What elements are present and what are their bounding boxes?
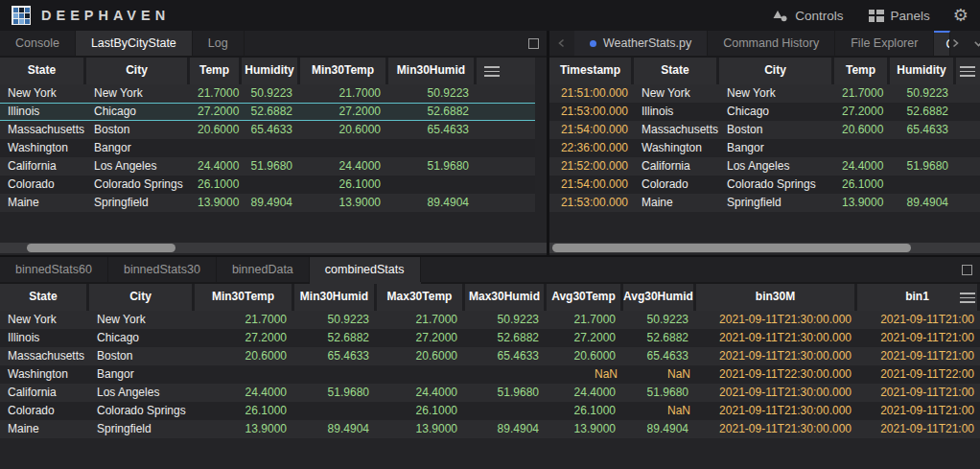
horizontal-scrollbar[interactable] (549, 243, 980, 253)
table-cell: 2021-09-11T21:30:00.000 (696, 311, 857, 329)
table-row[interactable]: 21:54:00.000MassachusettsBoston20.600065… (549, 121, 980, 139)
table-cell: 13.9000 (190, 194, 242, 212)
tab-binnedstats60[interactable]: binnedStats60 (0, 257, 108, 282)
table-cell: 27.2000 (547, 329, 623, 347)
table-cell: 65.4633 (388, 121, 477, 139)
table-cell: Washington (0, 365, 89, 384)
table-cell: Massachusetts (0, 121, 86, 139)
table-row[interactable]: ColoradoColorado Springs26.100026.100026… (0, 402, 980, 420)
column-header-temp[interactable]: Temp (190, 58, 242, 84)
column-header-temp[interactable]: Temp (834, 58, 890, 84)
table-menu-icon[interactable] (960, 66, 975, 77)
column-header-bin30m[interactable]: bin30M (696, 284, 857, 311)
column-header-humidity[interactable]: Humidity (890, 58, 956, 84)
tab-current-weather[interactable]: Curren (934, 31, 950, 56)
table-cell: 89.4904 (890, 194, 956, 212)
tab-overflow-dropdown-icon[interactable] (973, 38, 980, 49)
table-cell: 50.9223 (294, 311, 377, 329)
table-cell (388, 139, 477, 157)
table-cell: Bangor (86, 139, 190, 157)
scrollbar-thumb[interactable] (552, 244, 911, 252)
table-cell: 27.2000 (190, 103, 242, 121)
tab-combinedstats[interactable]: combinedStats (310, 257, 421, 282)
table-cell: 24.4000 (190, 157, 242, 176)
table-cell: 2021-09-11T21:00 (857, 384, 980, 402)
scrollbar-thumb[interactable] (27, 244, 175, 252)
table-row[interactable]: ColoradoColorado Springs26.100026.1000 (0, 176, 535, 194)
table-row[interactable]: WashingtonBangorNaNNaN2021-09-11T22:30:0… (0, 365, 980, 384)
panels-button[interactable]: Panels (869, 9, 930, 23)
controls-button[interactable]: Controls (773, 9, 843, 23)
column-header-city[interactable]: City (89, 284, 195, 311)
settings-gear-icon[interactable]: ⚙ (953, 7, 968, 24)
tab-scroll-left-icon[interactable] (557, 38, 567, 48)
panels-icon (869, 10, 884, 22)
table-row[interactable]: 21:54:00.000ColoradoColorado Springs26.1… (549, 176, 980, 194)
column-header-avg30humid[interactable]: Avg30Humid (623, 284, 696, 311)
table-cell: Bangor (89, 365, 195, 384)
column-header-max30temp[interactable]: Max30Temp (377, 284, 465, 311)
table-row[interactable]: 21:51:00.000New YorkNew York21.700050.92… (549, 84, 980, 103)
table-cell: 21:52:00.000 (549, 157, 634, 176)
column-header-max30humid[interactable]: Max30Humid (465, 284, 547, 311)
table-cell: 2021-09-11T21:00 (857, 311, 980, 329)
table-row[interactable]: 21:53:00.000IllinoisChicago27.200052.688… (549, 103, 980, 121)
maximize-panel-icon[interactable] (962, 265, 972, 275)
table-cell: 26.1000 (547, 402, 623, 420)
table-cell: 21:54:00.000 (549, 176, 634, 194)
table-row[interactable]: WashingtonBangor (0, 139, 535, 157)
table-cell: 24.4000 (547, 384, 623, 402)
column-header-min30temp[interactable]: Min30Temp (195, 284, 294, 311)
table-row[interactable]: 22:36:00.000WashingtonBangor (549, 139, 980, 157)
tab-lastbycitystate[interactable]: LastByCityState (76, 31, 193, 56)
table-cell: Boston (719, 121, 834, 139)
table-cell: Colorado (0, 176, 86, 194)
table-cell: 2021-09-11T21:00 (857, 329, 980, 347)
column-header-timestamp[interactable]: Timestamp (549, 58, 634, 84)
table-row[interactable]: 21:52:00.000CaliforniaLos Angeles24.4000… (549, 157, 980, 176)
column-header-min30temp[interactable]: Min30Temp (300, 58, 388, 84)
tab-file-explorer[interactable]: File Explorer (835, 31, 934, 56)
table-cell: 27.2000 (834, 103, 890, 121)
tab-binneddata[interactable]: binnedData (217, 257, 310, 282)
tab-log[interactable]: Log (193, 31, 245, 56)
maximize-panel-icon[interactable] (528, 38, 539, 49)
column-header-avg30temp[interactable]: Avg30Temp (547, 284, 623, 311)
table-cell: 2021-09-11T22:30:00.000 (696, 365, 857, 384)
tab-scroll-right-icon[interactable] (950, 38, 960, 48)
table-row[interactable]: New YorkNew York21.700050.922321.700050.… (0, 311, 980, 329)
table-row[interactable]: MaineSpringfield13.900089.490413.900089.… (0, 194, 535, 212)
column-header-min30humid[interactable]: Min30Humid (388, 58, 477, 84)
tab-command-history[interactable]: Command History (708, 31, 835, 56)
horizontal-scrollbar[interactable] (0, 243, 547, 253)
table-row[interactable]: MassachusettsBoston20.600065.463320.6000… (0, 121, 535, 139)
tab-weatherstats-py[interactable]: WeatherStats.py (574, 31, 708, 56)
table-row[interactable]: MaineSpringfield13.900089.490413.900089.… (0, 420, 980, 438)
table-menu-icon[interactable] (960, 293, 975, 303)
table-menu-icon[interactable] (484, 66, 500, 77)
tab-binnedstats30[interactable]: binnedStats30 (108, 257, 217, 282)
column-header-state[interactable]: State (634, 58, 719, 84)
combined-stats-table: StateCityMin30TempMin30HumidMax30TempMax… (0, 284, 980, 438)
column-header-min30humid[interactable]: Min30Humid (294, 284, 377, 311)
table-row[interactable]: IllinoisChicago27.200052.688227.200052.6… (0, 103, 535, 121)
table-cell: 2021-09-11T22:00 (857, 365, 980, 384)
table-cell: Los Angeles (86, 157, 190, 176)
table-cell: 2021-09-11T21:00 (857, 402, 980, 420)
table-row[interactable]: IllinoisChicago27.200052.688227.200052.6… (0, 329, 980, 347)
table-row[interactable]: CaliforniaLos Angeles24.400051.968024.40… (0, 384, 980, 402)
table-row[interactable]: 21:53:00.000MaineSpringfield13.900089.49… (549, 194, 980, 212)
column-header-humidity[interactable]: Humidity (242, 58, 300, 84)
table-row[interactable]: New YorkNew York21.700050.922321.700050.… (0, 84, 535, 103)
column-header-state[interactable]: State (0, 58, 86, 84)
column-header-state[interactable]: State (0, 284, 89, 311)
table-cell: Chicago (89, 329, 195, 347)
table-cell: 50.9223 (623, 311, 696, 329)
table-row[interactable]: MassachusettsBoston20.600065.463320.6000… (0, 347, 980, 365)
table-cell: Massachusetts (0, 347, 89, 365)
column-header-city[interactable]: City (719, 58, 834, 84)
tab-console[interactable]: Console (0, 31, 76, 56)
table-row[interactable]: CaliforniaLos Angeles24.400051.968024.40… (0, 157, 535, 176)
table-cell: 51.9680 (294, 384, 377, 402)
column-header-city[interactable]: City (86, 58, 190, 84)
